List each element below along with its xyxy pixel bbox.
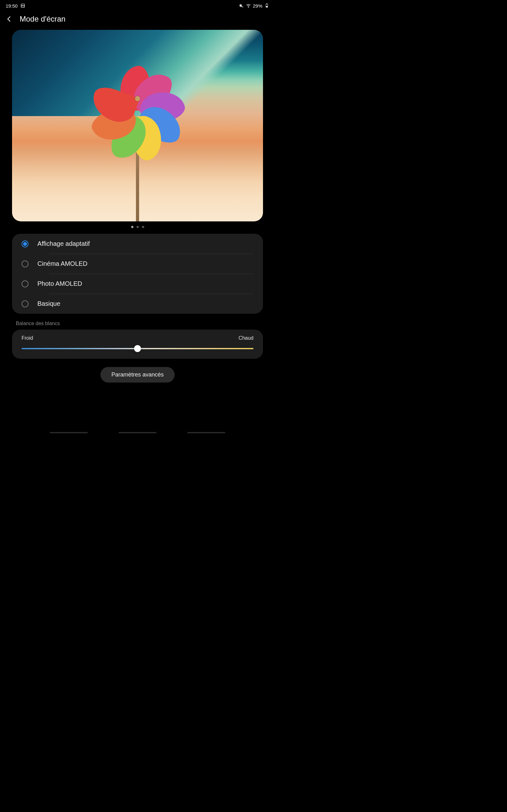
nav-home[interactable] xyxy=(118,432,157,433)
pager-dot[interactable] xyxy=(136,226,139,228)
svg-rect-5 xyxy=(266,6,268,7)
svg-rect-4 xyxy=(267,4,267,4)
mode-option-adaptive[interactable]: Affichage adaptatif xyxy=(12,234,263,254)
mode-option-cinema[interactable]: Cinéma AMOLED xyxy=(12,254,263,274)
pager-dot[interactable] xyxy=(142,226,144,228)
nav-recents[interactable] xyxy=(50,432,88,433)
mode-option-label: Basique xyxy=(38,300,60,307)
nav-back[interactable] xyxy=(187,432,225,433)
back-button[interactable] xyxy=(6,15,13,22)
battery-icon xyxy=(264,3,269,8)
wifi-icon xyxy=(246,3,251,8)
pinwheel-graphic xyxy=(80,42,194,156)
mode-option-label: Cinéma AMOLED xyxy=(38,260,88,267)
page-title: Mode d'écran xyxy=(20,14,66,23)
battery-percent: 29% xyxy=(253,3,262,9)
mute-icon xyxy=(239,3,244,8)
pager-dots xyxy=(0,221,275,234)
svg-point-2 xyxy=(248,7,248,7)
radio-icon xyxy=(21,281,29,287)
radio-icon xyxy=(21,241,29,247)
white-balance-slider[interactable] xyxy=(21,345,253,352)
status-bar: 19:50 29% xyxy=(0,0,275,10)
pager-dot[interactable] xyxy=(131,226,133,228)
advanced-settings-button[interactable]: Paramètres avancés xyxy=(101,367,174,383)
preview-image[interactable] xyxy=(12,30,263,221)
radio-icon xyxy=(21,300,29,307)
navigation-bar xyxy=(0,427,275,441)
status-time: 19:50 xyxy=(6,3,18,9)
header: Mode d'écran xyxy=(0,10,275,30)
radio-icon xyxy=(21,260,29,267)
white-balance-panel: Froid Chaud xyxy=(12,329,263,359)
screenshot-icon xyxy=(20,3,25,8)
mode-option-label: Affichage adaptatif xyxy=(38,240,90,247)
slider-thumb[interactable] xyxy=(134,345,141,352)
screen-mode-options: Affichage adaptatifCinéma AMOLEDPhoto AM… xyxy=(12,234,263,314)
mode-option-photo[interactable]: Photo AMOLED xyxy=(12,274,263,294)
wb-min-label: Froid xyxy=(21,335,33,341)
mode-option-label: Photo AMOLED xyxy=(38,280,82,287)
mode-option-basic[interactable]: Basique xyxy=(12,294,263,314)
white-balance-label: Balance des blancs xyxy=(16,321,259,326)
wb-max-label: Chaud xyxy=(239,335,253,341)
